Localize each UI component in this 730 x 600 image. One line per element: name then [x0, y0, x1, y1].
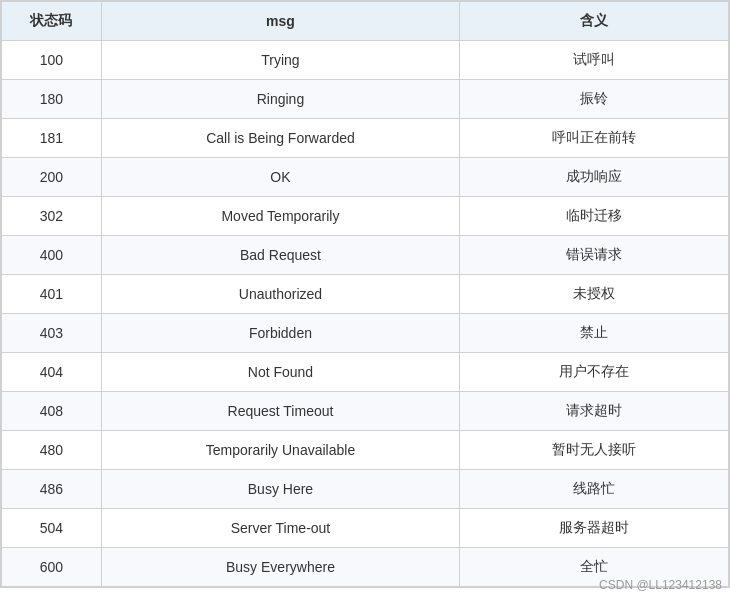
cell-msg: Request Timeout: [101, 392, 460, 431]
cell-msg: Bad Request: [101, 236, 460, 275]
cell-code: 180: [2, 80, 102, 119]
cell-msg: OK: [101, 158, 460, 197]
cell-meaning: 线路忙: [460, 470, 729, 509]
cell-meaning: 错误请求: [460, 236, 729, 275]
table-row: 200OK成功响应: [2, 158, 729, 197]
cell-meaning: 用户不存在: [460, 353, 729, 392]
cell-code: 403: [2, 314, 102, 353]
cell-msg: Moved Temporarily: [101, 197, 460, 236]
watermark-label: CSDN @LL123412138: [599, 578, 722, 592]
table-row: 480Temporarily Unavailable暂时无人接听: [2, 431, 729, 470]
cell-code: 401: [2, 275, 102, 314]
table-row: 504Server Time-out服务器超时: [2, 509, 729, 548]
cell-msg: Forbidden: [101, 314, 460, 353]
cell-meaning: 服务器超时: [460, 509, 729, 548]
table-row: 181Call is Being Forwarded呼叫正在前转: [2, 119, 729, 158]
header-meaning: 含义: [460, 2, 729, 41]
cell-code: 302: [2, 197, 102, 236]
cell-meaning: 呼叫正在前转: [460, 119, 729, 158]
cell-code: 504: [2, 509, 102, 548]
cell-code: 400: [2, 236, 102, 275]
status-table: 状态码 msg 含义 100Trying试呼叫180Ringing振铃181Ca…: [1, 1, 729, 587]
cell-msg: Busy Here: [101, 470, 460, 509]
cell-meaning: 请求超时: [460, 392, 729, 431]
cell-msg: Server Time-out: [101, 509, 460, 548]
cell-msg: Ringing: [101, 80, 460, 119]
cell-msg: Call is Being Forwarded: [101, 119, 460, 158]
cell-code: 181: [2, 119, 102, 158]
table-row: 401Unauthorized未授权: [2, 275, 729, 314]
table-row: 486Busy Here线路忙: [2, 470, 729, 509]
table-row: 408Request Timeout请求超时: [2, 392, 729, 431]
cell-code: 480: [2, 431, 102, 470]
cell-msg: Trying: [101, 41, 460, 80]
header-code: 状态码: [2, 2, 102, 41]
cell-code: 100: [2, 41, 102, 80]
table-row: 403Forbidden禁止: [2, 314, 729, 353]
cell-msg: Busy Everywhere: [101, 548, 460, 587]
cell-code: 404: [2, 353, 102, 392]
table-container: 状态码 msg 含义 100Trying试呼叫180Ringing振铃181Ca…: [0, 0, 730, 588]
header-msg: msg: [101, 2, 460, 41]
cell-meaning: 试呼叫: [460, 41, 729, 80]
cell-msg: Temporarily Unavailable: [101, 431, 460, 470]
table-row: 180Ringing振铃: [2, 80, 729, 119]
cell-code: 408: [2, 392, 102, 431]
table-row: 400Bad Request错误请求: [2, 236, 729, 275]
table-row: 302Moved Temporarily临时迁移: [2, 197, 729, 236]
table-row: 100Trying试呼叫: [2, 41, 729, 80]
cell-meaning: 未授权: [460, 275, 729, 314]
cell-msg: Unauthorized: [101, 275, 460, 314]
cell-code: 486: [2, 470, 102, 509]
cell-meaning: 成功响应: [460, 158, 729, 197]
cell-meaning: 暂时无人接听: [460, 431, 729, 470]
table-header-row: 状态码 msg 含义: [2, 2, 729, 41]
table-row: 404Not Found用户不存在: [2, 353, 729, 392]
cell-meaning: 禁止: [460, 314, 729, 353]
cell-meaning: 振铃: [460, 80, 729, 119]
cell-msg: Not Found: [101, 353, 460, 392]
cell-meaning: 临时迁移: [460, 197, 729, 236]
cell-code: 600: [2, 548, 102, 587]
cell-code: 200: [2, 158, 102, 197]
